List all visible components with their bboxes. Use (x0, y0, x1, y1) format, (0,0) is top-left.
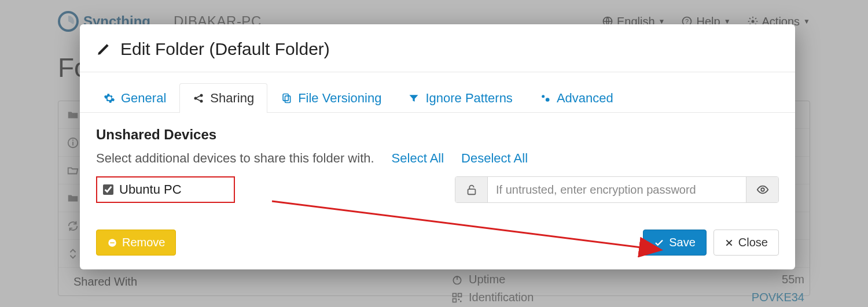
svg-point-24 (761, 188, 764, 191)
remove-button-label: Remove (122, 236, 165, 249)
copy-icon (281, 93, 292, 104)
tab-ignore-patterns[interactable]: Ignore Patterns (395, 83, 525, 113)
tab-sharing[interactable]: Sharing (179, 83, 267, 113)
modal-title: Edit Folder (Default Folder) (120, 39, 330, 59)
tab-general-label: General (121, 91, 166, 106)
tab-advanced-label: Advanced (557, 91, 613, 106)
svg-point-22 (546, 98, 550, 102)
encryption-password-input[interactable] (488, 177, 746, 202)
svg-rect-20 (285, 96, 290, 103)
cogs-icon (539, 93, 551, 104)
device-name-label: Ubuntu PC (119, 182, 182, 197)
minus-circle-icon (107, 238, 117, 248)
check-icon (654, 238, 664, 248)
tab-file-versioning-label: File Versioning (298, 91, 381, 106)
close-icon (724, 238, 734, 247)
section-heading: Unshared Devices (96, 127, 779, 143)
save-button-label: Save (669, 236, 696, 249)
svg-point-18 (200, 100, 203, 103)
tab-general[interactable]: General (90, 83, 179, 113)
edit-folder-modal: Edit Folder (Default Folder) General Sha… (80, 24, 795, 269)
tab-ignore-patterns-label: Ignore Patterns (425, 91, 512, 106)
help-text: Select additional devices to share this … (96, 151, 374, 166)
filter-icon (408, 93, 420, 104)
tab-advanced[interactable]: Advanced (526, 83, 627, 113)
deselect-all-link[interactable]: Deselect All (461, 151, 528, 166)
svg-point-21 (542, 95, 545, 98)
close-button-label: Close (738, 236, 768, 249)
device-checkbox-group[interactable]: Ubuntu PC (96, 176, 235, 203)
device-checkbox[interactable] (103, 184, 113, 195)
encryption-password-group (455, 176, 779, 203)
device-share-row: Ubuntu PC (96, 176, 779, 203)
share-icon (193, 93, 204, 104)
svg-point-16 (194, 97, 197, 100)
unlock-icon (455, 177, 488, 202)
svg-point-17 (200, 94, 203, 97)
modal-body: Unshared Devices Select additional devic… (80, 113, 795, 217)
modal-footer: Remove Save Close (80, 217, 795, 269)
svg-rect-23 (468, 189, 475, 194)
modal-header: Edit Folder (Default Folder) (80, 24, 795, 72)
select-all-link[interactable]: Select All (392, 151, 444, 166)
tab-sharing-label: Sharing (210, 91, 254, 106)
close-button[interactable]: Close (713, 230, 779, 256)
pencil-icon (96, 42, 111, 57)
tab-file-versioning[interactable]: File Versioning (267, 83, 395, 113)
remove-button[interactable]: Remove (96, 230, 176, 256)
modal-tabs: General Sharing File Versioning Ignore P… (80, 72, 795, 113)
help-row: Select additional devices to share this … (96, 151, 779, 166)
save-button[interactable]: Save (643, 230, 707, 256)
svg-rect-26 (110, 242, 115, 243)
toggle-password-visibility[interactable] (746, 177, 778, 202)
cog-icon (104, 93, 115, 104)
svg-rect-19 (283, 94, 288, 101)
